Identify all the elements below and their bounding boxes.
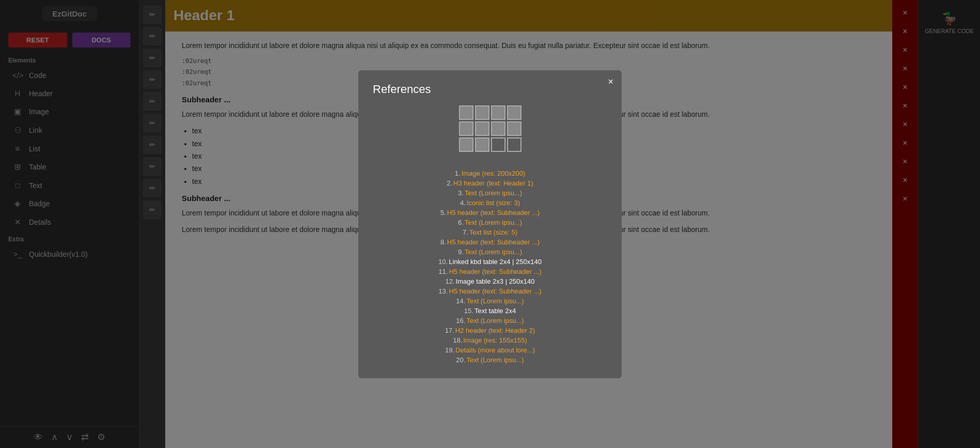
ref-link[interactable]: H5 header (text: Subheader ...) — [447, 238, 540, 246]
ref-num: 10. — [438, 258, 448, 266]
ref-link[interactable]: Text (Lorem ipsu...) — [465, 219, 522, 226]
ref-link[interactable]: Text (Lorem ipsu...) — [466, 317, 524, 325]
modal-overlay[interactable]: References × 1.Image (res: 200x200)2.H3 … — [0, 0, 980, 448]
ref-link[interactable]: Text (Lorem ipsu...) — [466, 356, 524, 364]
reference-item: 11.H5 header (text: Subheader ...) — [373, 268, 607, 275]
ref-link[interactable]: H5 header (text: Subheader ...) — [449, 287, 541, 295]
reference-item: 16.Text (Lorem ipsu...) — [373, 317, 607, 325]
ref-image-grid-container — [373, 105, 607, 161]
references-modal: References × 1.Image (res: 200x200)2.H3 … — [358, 70, 622, 378]
grid-cell-4 — [459, 121, 473, 136]
ref-link[interactable]: Image (res: 200x200) — [462, 169, 526, 177]
ref-num: 9. — [458, 248, 464, 256]
ref-link[interactable]: H3 header (text: Header 1) — [453, 179, 533, 187]
ref-image-grid — [459, 105, 521, 152]
grid-cell-2 — [491, 105, 505, 120]
ref-num: 8. — [440, 238, 446, 246]
ref-num: 4. — [460, 199, 466, 207]
reference-item: 5.H5 header (text: Subheader ...) — [373, 209, 607, 217]
modal-title: References — [373, 83, 607, 96]
ref-link[interactable]: Image (res: 155x155) — [463, 336, 527, 344]
ref-link[interactable]: Iconic list (size: 3) — [467, 199, 520, 207]
reference-item: 19.Details (more about lore...) — [373, 346, 607, 354]
reference-item: 3.Text (Lorem ipsu...) — [373, 189, 607, 197]
grid-cell-3 — [507, 105, 521, 120]
ref-num: 5. — [440, 209, 446, 217]
grid-cell-8 — [459, 137, 473, 152]
grid-cell-0 — [459, 105, 473, 120]
reference-item: 10.Linked kbd table 2x4 | 250x140 — [373, 258, 607, 266]
modal-close-button[interactable]: × — [608, 76, 613, 87]
ref-num: 11. — [438, 268, 448, 275]
ref-plain: Text table 2x4 — [475, 307, 516, 315]
ref-link[interactable]: Text (Lorem ipsu...) — [466, 297, 524, 305]
ref-link[interactable]: Text (Lorem ipsu...) — [465, 248, 522, 256]
ref-link[interactable]: Text list (size: 5) — [469, 228, 517, 236]
ref-num: 20. — [456, 356, 465, 364]
reference-item: 2.H3 header (text: Header 1) — [373, 179, 607, 187]
reference-item: 15.Text table 2x4 — [373, 307, 607, 315]
ref-num: 16. — [456, 317, 465, 325]
ref-num: 17. — [445, 327, 454, 334]
grid-cell-7 — [507, 121, 521, 136]
ref-num: 14. — [456, 297, 465, 305]
reference-item: 18.Image (res: 155x155) — [373, 336, 607, 344]
references-list: 1.Image (res: 200x200)2.H3 header (text:… — [373, 169, 607, 364]
grid-cell-5 — [475, 121, 489, 136]
ref-num: 13. — [438, 287, 448, 295]
grid-cell-9 — [475, 137, 489, 152]
reference-item: 14.Text (Lorem ipsu...) — [373, 297, 607, 305]
reference-item: 12.Image table 2x3 | 250x140 — [373, 277, 607, 285]
ref-num: 19. — [445, 346, 454, 354]
reference-item: 8.H5 header (text: Subheader ...) — [373, 238, 607, 246]
ref-plain: Image table 2x3 | 250x140 — [456, 277, 535, 285]
ref-num: 1. — [455, 169, 461, 177]
reference-item: 9.Text (Lorem ipsu...) — [373, 248, 607, 256]
ref-num: 12. — [445, 277, 454, 285]
reference-item: 7.Text list (size: 5) — [373, 228, 607, 236]
reference-item: 1.Image (res: 200x200) — [373, 169, 607, 177]
ref-link[interactable]: H5 header (text: Subheader ...) — [447, 209, 540, 217]
reference-item: 6.Text (Lorem ipsu...) — [373, 219, 607, 226]
reference-item: 13.H5 header (text: Subheader ...) — [373, 287, 607, 295]
grid-cell-1 — [475, 105, 489, 120]
ref-link[interactable]: Text (Lorem ipsu...) — [465, 189, 522, 197]
reference-item: 17.H2 header (text: Header 2) — [373, 327, 607, 334]
ref-num: 6. — [458, 219, 464, 226]
grid-cell-10 — [491, 137, 505, 152]
ref-plain: Linked kbd table 2x4 | 250x140 — [449, 258, 542, 266]
ref-link[interactable]: H2 header (text: Header 2) — [455, 327, 535, 334]
ref-link[interactable]: Details (more about lore...) — [455, 346, 535, 354]
reference-item: 4.Iconic list (size: 3) — [373, 199, 607, 207]
ref-num: 18. — [453, 336, 462, 344]
ref-num: 3. — [458, 189, 464, 197]
grid-cell-11 — [507, 137, 521, 152]
ref-link[interactable]: H5 header (text: Subheader ...) — [449, 268, 541, 275]
grid-cell-6 — [491, 121, 505, 136]
ref-num: 7. — [463, 228, 468, 236]
ref-num: 15. — [464, 307, 473, 315]
reference-item: 20.Text (Lorem ipsu...) — [373, 356, 607, 364]
ref-num: 2. — [447, 179, 452, 187]
